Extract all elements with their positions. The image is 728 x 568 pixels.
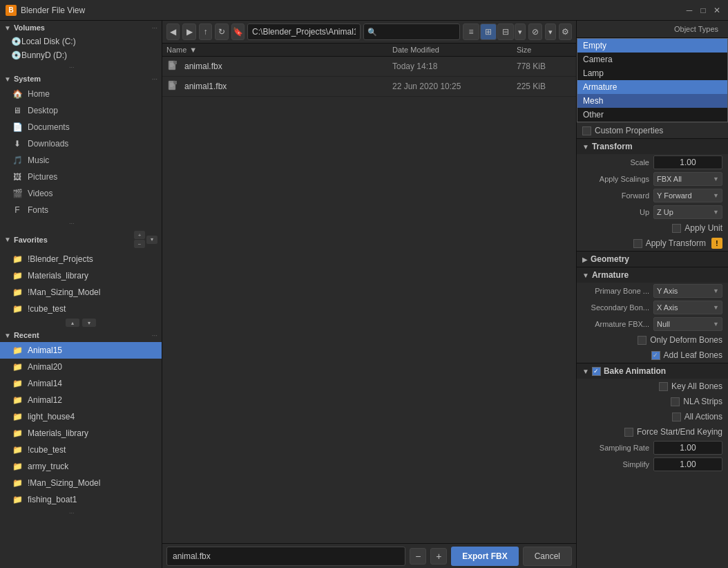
nla-strips-row[interactable]: NLA Strips xyxy=(577,394,728,409)
favorites-scroll-down2[interactable]: ▾ xyxy=(82,319,96,327)
export-fbx-button[interactable]: Export FBX xyxy=(451,547,518,566)
sidebar-item-bunnyd[interactable]: 💿 BunnyD (D:) xyxy=(0,48,162,62)
sidebar-item-downloads[interactable]: ⬇ Downloads xyxy=(0,135,162,152)
refresh-button[interactable]: ↻ xyxy=(215,23,228,40)
custom-properties-row[interactable]: Custom Properties xyxy=(577,122,728,138)
add-leaf-bones-checkbox[interactable]: ✓ xyxy=(651,351,660,360)
transform-header[interactable]: ▼ Transform xyxy=(577,139,728,154)
apply-scalings-dropdown[interactable]: FBX All ▼ xyxy=(653,172,722,186)
key-all-bones-row[interactable]: Key All Bones xyxy=(577,379,728,394)
force-start-end-keying-row[interactable]: Force Start/End Keying xyxy=(577,424,728,439)
recent-item-army-truck[interactable]: 📁 army_truck xyxy=(0,458,162,475)
key-all-bones-checkbox[interactable] xyxy=(659,382,668,391)
column-date[interactable]: Date Modified xyxy=(392,46,517,54)
armature-fbx-dropdown[interactable]: Null ▼ xyxy=(653,317,722,331)
sidebar-item-videos[interactable]: 🎬 Videos xyxy=(0,185,162,202)
increment-button[interactable]: + xyxy=(430,548,447,565)
filename-input[interactable] xyxy=(166,547,405,566)
close-button[interactable]: ✕ xyxy=(711,5,722,16)
forward-button[interactable]: ▶ xyxy=(182,23,195,40)
key-all-bones-label[interactable]: Key All Bones xyxy=(659,381,722,391)
minimize-button[interactable]: ─ xyxy=(684,5,695,16)
primary-bone-dropdown[interactable]: Y Axis ▼ xyxy=(653,284,722,298)
simplify-value[interactable]: 1.00 xyxy=(653,457,722,471)
only-deform-bones-checkbox[interactable] xyxy=(638,336,646,345)
thumbnail-view-button[interactable]: ⊟ xyxy=(497,23,514,40)
list-view-button[interactable]: ≡ xyxy=(463,23,479,40)
details-view-button[interactable]: ⊞ xyxy=(480,23,497,40)
sidebar-item-documents[interactable]: 📄 Documents xyxy=(0,119,162,135)
maximize-button[interactable]: □ xyxy=(698,5,709,16)
search-input[interactable] xyxy=(363,23,460,40)
recent-item-materials[interactable]: 📁 Materials_library xyxy=(0,425,162,442)
favorites-remove-button[interactable]: − xyxy=(134,240,145,248)
bake-animation-enable-checkbox[interactable]: ✓ xyxy=(592,367,601,376)
nla-strips-checkbox[interactable] xyxy=(671,397,680,406)
object-type-other[interactable]: Other xyxy=(577,108,727,122)
forward-dropdown[interactable]: Y Forward ▼ xyxy=(653,189,722,202)
cancel-button[interactable]: Cancel xyxy=(523,547,572,566)
sidebar-item-music[interactable]: 🎵 Music xyxy=(0,152,162,169)
view-dropdown[interactable]: ▾ xyxy=(515,23,526,40)
path-input[interactable] xyxy=(247,23,361,40)
favorites-item-materials[interactable]: 📁 Materials_library xyxy=(0,267,162,284)
recent-item-lighthouse4[interactable]: 📁 light_house4 xyxy=(0,408,162,425)
apply-transform-label[interactable]: Apply Transform xyxy=(633,238,706,248)
filter-button[interactable]: ⊘ xyxy=(528,23,542,40)
recent-item-fishing-boat[interactable]: 📁 fishing_boat1 xyxy=(0,491,162,508)
force-start-end-keying-label[interactable]: Force Start/End Keying xyxy=(624,427,722,437)
file-item-0[interactable]: animal.fbx Today 14:18 778 KiB xyxy=(162,57,576,77)
all-actions-label[interactable]: All Actions xyxy=(672,412,722,422)
recent-item-animal20[interactable]: 📁 Animal20 xyxy=(0,359,162,375)
system-section-header[interactable]: ▼ System ··· xyxy=(0,72,162,86)
all-actions-row[interactable]: All Actions xyxy=(577,409,728,424)
up-button[interactable]: ↑ xyxy=(199,23,212,40)
favorites-scroll-up2[interactable]: ▴ xyxy=(66,319,79,327)
up-dropdown[interactable]: Z Up ▼ xyxy=(653,205,722,219)
object-type-armature[interactable]: Armature xyxy=(577,80,727,94)
volumes-section-header[interactable]: ▼ Volumes ··· xyxy=(0,21,162,35)
object-type-empty[interactable]: Empty xyxy=(577,39,727,53)
recent-item-animal15[interactable]: 📁 Animal15 xyxy=(0,342,162,359)
force-start-end-keying-checkbox[interactable] xyxy=(624,428,633,437)
favorites-section-header[interactable]: ▼ Favorites + − ▾ xyxy=(0,228,162,251)
sidebar-item-local-disk[interactable]: 💿 Local Disk (C:) xyxy=(0,35,162,48)
favorites-item-blender-projects[interactable]: 📁 !Blender_Projects xyxy=(0,251,162,267)
apply-transform-row[interactable]: Apply Transform ! xyxy=(577,236,728,251)
add-leaf-bones-label[interactable]: ✓ Add Leaf Bones xyxy=(651,350,722,360)
sidebar-item-home[interactable]: 🏠 Home xyxy=(0,86,162,102)
apply-transform-checkbox[interactable] xyxy=(633,239,642,248)
recent-item-cube-test[interactable]: 📁 !cube_test xyxy=(0,442,162,458)
object-type-mesh[interactable]: Mesh xyxy=(577,94,727,108)
nla-strips-label[interactable]: NLA Strips xyxy=(671,397,722,406)
apply-unit-label[interactable]: Apply Unit xyxy=(672,223,722,233)
sidebar-item-pictures[interactable]: 🖼 Pictures xyxy=(0,169,162,185)
recent-item-animal12[interactable]: 📁 Animal12 xyxy=(0,392,162,408)
column-name[interactable]: Name ▼ xyxy=(166,46,392,54)
all-actions-checkbox[interactable] xyxy=(672,413,681,422)
recent-section-header[interactable]: ▼ Recent ··· xyxy=(0,328,162,342)
custom-properties-checkbox-label[interactable]: Custom Properties xyxy=(582,126,663,135)
bake-animation-header[interactable]: ▼ ✓ Bake Animation xyxy=(577,363,728,379)
settings-button[interactable]: ⚙ xyxy=(559,23,572,40)
favorites-item-cube-test[interactable]: 📁 !cube_test xyxy=(0,301,162,317)
back-button[interactable]: ◀ xyxy=(166,23,180,40)
recent-item-man-sizing[interactable]: 📁 !Man_Sizing_Model xyxy=(0,475,162,491)
only-deform-bones-label[interactable]: Only Deform Bones xyxy=(638,335,722,345)
secondary-bone-dropdown[interactable]: X Axis ▼ xyxy=(653,301,722,314)
add-leaf-bones-row[interactable]: ✓ Add Leaf Bones xyxy=(577,348,728,363)
sidebar-item-fonts[interactable]: F Fonts xyxy=(0,202,162,218)
sampling-rate-value[interactable]: 1.00 xyxy=(653,441,722,455)
sidebar-item-desktop[interactable]: 🖥 Desktop xyxy=(0,102,162,119)
decrement-button[interactable]: − xyxy=(410,548,426,565)
favorites-item-man-sizing[interactable]: 📁 !Man_Sizing_Model xyxy=(0,284,162,301)
column-size[interactable]: Size xyxy=(517,46,572,54)
apply-unit-row[interactable]: Apply Unit xyxy=(577,220,728,236)
filter-dropdown[interactable]: ▾ xyxy=(545,23,556,40)
favorites-add-button[interactable]: + xyxy=(134,231,145,239)
object-type-camera[interactable]: Camera xyxy=(577,53,727,66)
recent-item-animal14[interactable]: 📁 Animal14 xyxy=(0,375,162,392)
scale-value[interactable]: 1.00 xyxy=(653,155,722,169)
armature-header[interactable]: ▼ Armature xyxy=(577,267,728,283)
geometry-header[interactable]: ▶ Geometry xyxy=(577,251,728,267)
